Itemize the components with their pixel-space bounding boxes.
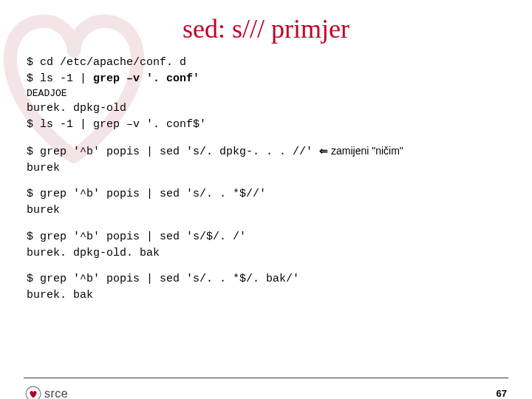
code-fragment: $ grep '^b' popis | sed 's/. dpkg-. . . … [27,146,313,158]
arrow-left-icon: ⇐ [319,145,328,157]
slide-title: sed: s/// primjer [0,13,532,44]
slide-body: $ cd /etc/apache/conf. d $ ls -1 | grep … [0,55,532,304]
code-fragment: $ ls -1 | [27,72,93,85]
code-line: $ ls -1 | grep –v '. conf' [27,71,505,87]
code-line: burek. dpkg-old. bak [27,245,505,262]
code-line: $ grep '^b' popis | sed 's/. dpkg-. . . … [27,143,505,160]
code-line: $ grep '^b' popis | sed 's/$/. /' [27,229,505,245]
code-line: DEADJOE [27,87,505,101]
footer-rule [24,378,508,378]
code-block-3: $ grep '^b' popis | sed 's/. . *$//' bur… [27,186,505,219]
code-line: burek. bak [27,287,505,304]
footer-logo: srce [25,386,68,399]
slide: sed: s/// primjer $ cd /etc/apache/conf.… [0,13,532,399]
code-line: $ grep '^b' popis | sed 's/. . *$/. bak/… [27,271,505,287]
footer-brand: srce [44,387,68,399]
annotation-text: zamijeni "ničim" [328,145,403,157]
code-fragment-bold: grep –v '. conf' [93,72,200,85]
heart-icon [25,386,41,399]
code-block-1: $ cd /etc/apache/conf. d $ ls -1 | grep … [27,55,505,133]
code-block-5: $ grep '^b' popis | sed 's/. . *$/. bak/… [27,271,505,304]
code-line: burek. dpkg-old [27,100,505,117]
code-block-4: $ grep '^b' popis | sed 's/$/. /' burek.… [27,229,505,262]
code-line: burek [27,202,505,219]
annotation: ⇐ zamijeni "ničim" [319,145,403,157]
code-line: $ cd /etc/apache/conf. d [27,55,505,71]
code-line: $ grep '^b' popis | sed 's/. . *$//' [27,186,505,202]
page-number: 67 [497,388,507,399]
code-line: burek [27,160,505,177]
code-line: $ ls -1 | grep –v '. conf$' [27,117,505,133]
code-block-2: $ grep '^b' popis | sed 's/. dpkg-. . . … [27,143,505,177]
